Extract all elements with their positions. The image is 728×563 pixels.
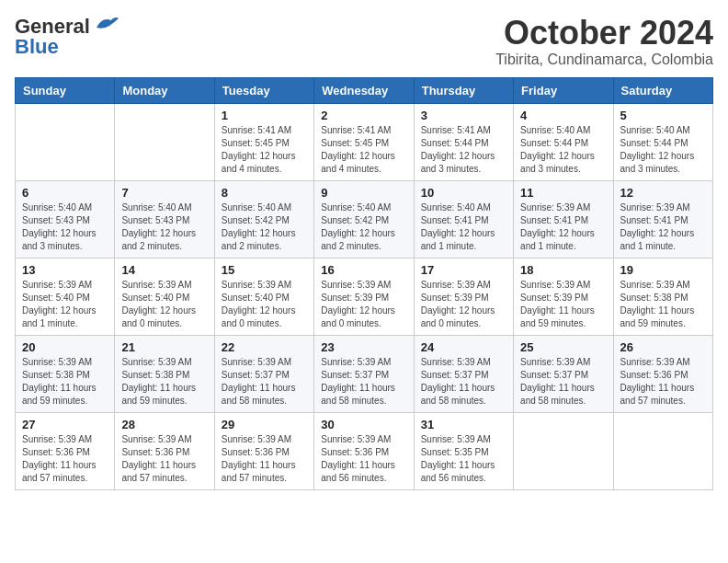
calendar-cell: 11Sunrise: 5:39 AM Sunset: 5:41 PM Dayli… [514, 180, 613, 258]
calendar-cell: 17Sunrise: 5:39 AM Sunset: 5:39 PM Dayli… [414, 258, 513, 335]
calendar-cell: 3Sunrise: 5:41 AM Sunset: 5:44 PM Daylig… [414, 103, 513, 180]
day-number: 5 [620, 109, 706, 122]
day-info: Sunrise: 5:39 AM Sunset: 5:36 PM Dayligh… [321, 433, 406, 485]
calendar-cell: 9Sunrise: 5:40 AM Sunset: 5:42 PM Daylig… [314, 180, 414, 258]
day-number: 26 [620, 340, 706, 354]
week-row-3: 13Sunrise: 5:39 AM Sunset: 5:40 PM Dayli… [16, 258, 713, 335]
weekday-header-tuesday: Tuesday [214, 77, 313, 103]
day-info: Sunrise: 5:39 AM Sunset: 5:38 PM Dayligh… [22, 356, 108, 408]
week-row-2: 6Sunrise: 5:40 AM Sunset: 5:43 PM Daylig… [16, 180, 713, 258]
calendar-table: SundayMondayTuesdayWednesdayThursdayFrid… [15, 77, 713, 490]
day-info: Sunrise: 5:41 AM Sunset: 5:45 PM Dayligh… [321, 124, 406, 176]
calendar-cell [514, 412, 613, 489]
day-info: Sunrise: 5:39 AM Sunset: 5:37 PM Dayligh… [222, 356, 307, 408]
day-number: 22 [222, 340, 307, 354]
day-info: Sunrise: 5:39 AM Sunset: 5:37 PM Dayligh… [321, 356, 406, 408]
day-number: 20 [22, 340, 108, 354]
day-info: Sunrise: 5:39 AM Sunset: 5:41 PM Dayligh… [620, 201, 706, 253]
calendar-cell: 6Sunrise: 5:40 AM Sunset: 5:43 PM Daylig… [16, 180, 115, 258]
calendar-cell: 31Sunrise: 5:39 AM Sunset: 5:35 PM Dayli… [414, 412, 513, 489]
day-info: Sunrise: 5:40 AM Sunset: 5:44 PM Dayligh… [620, 124, 706, 176]
day-number: 4 [520, 109, 606, 122]
day-info: Sunrise: 5:39 AM Sunset: 5:36 PM Dayligh… [121, 433, 207, 485]
calendar-cell: 26Sunrise: 5:39 AM Sunset: 5:36 PM Dayli… [613, 335, 712, 412]
day-number: 24 [421, 340, 506, 354]
calendar-cell: 13Sunrise: 5:39 AM Sunset: 5:40 PM Dayli… [16, 258, 115, 335]
day-info: Sunrise: 5:41 AM Sunset: 5:45 PM Dayligh… [222, 124, 307, 176]
calendar-cell: 7Sunrise: 5:40 AM Sunset: 5:43 PM Daylig… [115, 180, 214, 258]
calendar-cell: 5Sunrise: 5:40 AM Sunset: 5:44 PM Daylig… [613, 103, 712, 180]
day-info: Sunrise: 5:40 AM Sunset: 5:44 PM Dayligh… [520, 124, 606, 176]
calendar-cell: 15Sunrise: 5:39 AM Sunset: 5:40 PM Dayli… [214, 258, 313, 335]
header: General Blue October 2024 Tibirita, Cund… [15, 15, 713, 68]
calendar-cell: 1Sunrise: 5:41 AM Sunset: 5:45 PM Daylig… [214, 103, 313, 180]
calendar-cell: 23Sunrise: 5:39 AM Sunset: 5:37 PM Dayli… [314, 335, 414, 412]
day-info: Sunrise: 5:39 AM Sunset: 5:36 PM Dayligh… [222, 433, 307, 485]
calendar-cell: 2Sunrise: 5:41 AM Sunset: 5:45 PM Daylig… [314, 103, 414, 180]
logo-bird-icon [93, 15, 119, 35]
calendar-cell: 8Sunrise: 5:40 AM Sunset: 5:42 PM Daylig… [214, 180, 313, 258]
day-number: 29 [222, 418, 307, 431]
calendar-cell [115, 103, 214, 180]
day-number: 16 [321, 263, 406, 277]
calendar-cell: 21Sunrise: 5:39 AM Sunset: 5:38 PM Dayli… [115, 335, 214, 412]
calendar-cell: 14Sunrise: 5:39 AM Sunset: 5:40 PM Dayli… [115, 258, 214, 335]
calendar-cell: 28Sunrise: 5:39 AM Sunset: 5:36 PM Dayli… [115, 412, 214, 489]
weekday-header-wednesday: Wednesday [314, 77, 414, 103]
day-info: Sunrise: 5:39 AM Sunset: 5:39 PM Dayligh… [421, 279, 506, 330]
weekday-header-row: SundayMondayTuesdayWednesdayThursdayFrid… [16, 77, 713, 103]
calendar-cell: 10Sunrise: 5:40 AM Sunset: 5:41 PM Dayli… [414, 180, 513, 258]
day-info: Sunrise: 5:40 AM Sunset: 5:42 PM Dayligh… [222, 201, 307, 253]
day-number: 31 [421, 418, 506, 431]
day-info: Sunrise: 5:39 AM Sunset: 5:40 PM Dayligh… [22, 279, 108, 330]
calendar-cell [613, 412, 712, 489]
day-info: Sunrise: 5:40 AM Sunset: 5:43 PM Dayligh… [121, 201, 207, 253]
logo-blue-text: Blue [15, 35, 59, 59]
day-number: 11 [520, 186, 606, 200]
day-info: Sunrise: 5:39 AM Sunset: 5:35 PM Dayligh… [421, 433, 506, 485]
weekday-header-saturday: Saturday [613, 77, 712, 103]
weekday-header-sunday: Sunday [16, 77, 115, 103]
weekday-header-thursday: Thursday [414, 77, 513, 103]
day-number: 28 [121, 418, 207, 431]
day-info: Sunrise: 5:40 AM Sunset: 5:42 PM Dayligh… [321, 201, 406, 253]
day-number: 10 [421, 186, 506, 200]
month-title: October 2024 [495, 15, 713, 52]
calendar-cell: 18Sunrise: 5:39 AM Sunset: 5:39 PM Dayli… [514, 258, 613, 335]
week-row-5: 27Sunrise: 5:39 AM Sunset: 5:36 PM Dayli… [16, 412, 713, 489]
location: Tibirita, Cundinamarca, Colombia [495, 52, 713, 68]
day-info: Sunrise: 5:40 AM Sunset: 5:43 PM Dayligh… [22, 201, 108, 253]
day-number: 21 [121, 340, 207, 354]
day-number: 2 [321, 109, 406, 122]
calendar-cell: 12Sunrise: 5:39 AM Sunset: 5:41 PM Dayli… [613, 180, 712, 258]
day-number: 15 [222, 263, 307, 277]
day-number: 30 [321, 418, 406, 431]
calendar-cell [16, 103, 115, 180]
day-info: Sunrise: 5:39 AM Sunset: 5:40 PM Dayligh… [222, 279, 307, 330]
day-number: 6 [22, 186, 108, 200]
day-info: Sunrise: 5:39 AM Sunset: 5:38 PM Dayligh… [121, 356, 207, 408]
day-number: 23 [321, 340, 406, 354]
calendar-cell: 30Sunrise: 5:39 AM Sunset: 5:36 PM Dayli… [314, 412, 414, 489]
day-number: 14 [121, 263, 207, 277]
logo: General Blue [15, 15, 119, 59]
day-info: Sunrise: 5:39 AM Sunset: 5:36 PM Dayligh… [620, 356, 706, 408]
calendar-cell: 16Sunrise: 5:39 AM Sunset: 5:39 PM Dayli… [314, 258, 414, 335]
calendar-cell: 29Sunrise: 5:39 AM Sunset: 5:36 PM Dayli… [214, 412, 313, 489]
day-number: 18 [520, 263, 606, 277]
day-number: 27 [22, 418, 108, 431]
day-number: 1 [222, 109, 307, 122]
calendar-cell: 25Sunrise: 5:39 AM Sunset: 5:37 PM Dayli… [514, 335, 613, 412]
week-row-4: 20Sunrise: 5:39 AM Sunset: 5:38 PM Dayli… [16, 335, 713, 412]
calendar-cell: 4Sunrise: 5:40 AM Sunset: 5:44 PM Daylig… [514, 103, 613, 180]
day-info: Sunrise: 5:40 AM Sunset: 5:41 PM Dayligh… [421, 201, 506, 253]
day-number: 12 [620, 186, 706, 200]
day-info: Sunrise: 5:39 AM Sunset: 5:39 PM Dayligh… [321, 279, 406, 330]
calendar-cell: 24Sunrise: 5:39 AM Sunset: 5:37 PM Dayli… [414, 335, 513, 412]
day-info: Sunrise: 5:39 AM Sunset: 5:40 PM Dayligh… [121, 279, 207, 330]
day-info: Sunrise: 5:41 AM Sunset: 5:44 PM Dayligh… [421, 124, 506, 176]
day-number: 7 [121, 186, 207, 200]
day-number: 25 [520, 340, 606, 354]
calendar-cell: 20Sunrise: 5:39 AM Sunset: 5:38 PM Dayli… [16, 335, 115, 412]
day-info: Sunrise: 5:39 AM Sunset: 5:37 PM Dayligh… [421, 356, 506, 408]
